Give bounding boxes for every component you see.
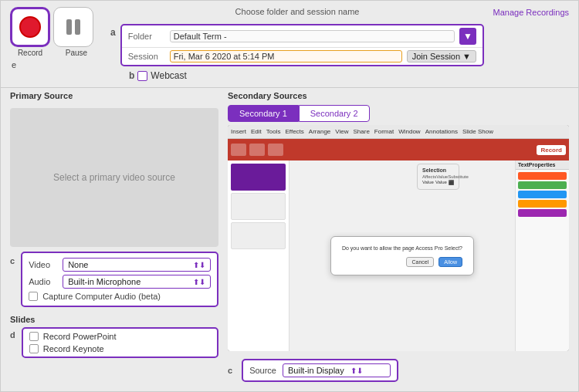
session-value: Fri, Mar 6 2020 at 5:14 PM <box>170 50 402 63</box>
sim-menu-10: Annotations <box>425 128 458 135</box>
sim-menu-3: Tools <box>266 128 281 135</box>
main-container: Record Pause e Choose folder and session… <box>0 0 579 392</box>
folder-dropdown-icon: ▼ <box>463 31 472 42</box>
sim-tool-items <box>516 170 569 219</box>
slides-block: Record PowerPoint Record Keynote <box>22 327 218 358</box>
video-label: Video <box>29 260 56 269</box>
source-select[interactable]: Built-in Display ⬆⬇ <box>283 363 391 377</box>
center-top: Choose folder and session name a Folder … <box>110 7 484 81</box>
record-powerpoint-row: Record PowerPoint <box>29 332 211 341</box>
sim-left-sidebar <box>228 161 290 351</box>
sim-toolbar: Record <box>228 139 569 161</box>
sim-slide-3 <box>231 222 286 249</box>
btn-labels: Record Pause <box>10 49 96 57</box>
source-dropdown-arrows: ⬆⬇ <box>350 367 363 375</box>
sim-main: Selection AffectsValueSubstitute ValueVa… <box>290 161 515 351</box>
sim-toolbar-item-3 <box>268 144 283 156</box>
sim-tool-1 <box>518 172 567 180</box>
tab-secondary-2[interactable]: Secondary 2 <box>299 105 370 122</box>
record-powerpoint-label: Record PowerPoint <box>43 332 117 341</box>
sim-dialog: Do you want to allow the page Access Pro… <box>330 236 474 275</box>
audio-select[interactable]: Built-in Microphone ⬆⬇ <box>63 275 211 289</box>
record-icon <box>19 16 41 38</box>
pause-button[interactable] <box>53 7 93 47</box>
webcast-checkbox[interactable] <box>137 71 147 81</box>
folder-label: Folder <box>128 32 165 41</box>
video-value: None <box>68 260 88 269</box>
sim-dialog-text: Do you want to allow the page Access Pro… <box>342 245 462 252</box>
sim-tool-2 <box>518 181 567 189</box>
sim-menu-11: Slide Show <box>462 128 493 135</box>
left-controls: Record Pause e <box>10 7 110 69</box>
sim-allow-btn: Allow <box>438 257 462 267</box>
manage-recordings-link[interactable]: Manage Recordings <box>493 8 569 17</box>
label-c-primary: c <box>10 256 15 265</box>
video-audio-block: Video None ⬆⬇ Audio Built-in Microphone … <box>21 252 218 307</box>
sim-menu-6: View <box>335 128 348 135</box>
sim-tool-title: TextProperties <box>516 161 569 170</box>
sim-dialog-btn-row: Cancel Allow <box>342 257 462 267</box>
audio-dropdown-arrows: ⬆⬇ <box>193 278 205 286</box>
sim-menu-5: Arrange <box>309 128 330 135</box>
pause-label: Pause <box>56 49 96 57</box>
record-pause-row <box>10 7 93 47</box>
capture-checkbox[interactable] <box>29 292 38 301</box>
video-row: Video None ⬆⬇ <box>29 256 211 273</box>
sim-menu-1: Insert <box>231 128 246 135</box>
label-d: d <box>10 330 15 340</box>
slides-section: Slides d Record PowerPoint Record Keynot… <box>10 315 218 358</box>
source-block: Source Built-in Display ⬆⬇ <box>242 359 398 382</box>
video-dropdown-arrows: ⬆⬇ <box>193 261 205 269</box>
record-button[interactable] <box>10 7 50 47</box>
divider <box>1 87 578 88</box>
join-session-chevron: ▼ <box>462 52 471 61</box>
sim-screen: Insert Edit Tools Effects Arrange View S… <box>228 125 569 351</box>
record-keynote-label: Record Keynote <box>43 344 104 353</box>
folder-row: Folder Default Term - ▼ <box>122 25 482 47</box>
webcast-label: Webcast <box>151 70 186 81</box>
source-row: c Source Built-in Display ⬆⬇ <box>228 356 569 385</box>
sim-panel: Selection AffectsValueSubstitute ValueVa… <box>417 164 459 190</box>
capture-row: Capture Computer Audio (beta) <box>29 290 211 302</box>
audio-label: Audio <box>29 277 56 286</box>
sim-record-btn: Record <box>537 145 566 155</box>
sim-panel-data-row: ValueValue⬛ <box>422 180 454 185</box>
label-a: a <box>110 27 116 38</box>
sim-panel-row: AffectsValueSubstitute <box>422 174 454 179</box>
folder-session-block: Folder Default Term - ▼ Session Fri, Mar… <box>120 24 484 66</box>
source-label: Source <box>249 366 276 375</box>
sim-toolbar-item-1 <box>231 144 246 156</box>
sim-content: Selection AffectsValueSubstitute ValueVa… <box>228 161 569 351</box>
primary-source-title: Primary Source <box>10 91 218 100</box>
powerpoint-checkbox[interactable] <box>29 332 39 341</box>
content-area: Primary Source Select a primary video so… <box>1 91 578 391</box>
sim-panel-title: Selection <box>422 167 454 173</box>
sim-menubar: Insert Edit Tools Effects Arrange View S… <box>228 125 569 139</box>
join-session-button[interactable]: Join Session ▼ <box>407 50 476 63</box>
tab-secondary-1[interactable]: Secondary 1 <box>228 105 299 122</box>
sim-toolbar-item-2 <box>249 144 265 156</box>
folder-dropdown-btn[interactable]: ▼ <box>459 28 476 45</box>
primary-source-preview: Select a primary video source <box>10 108 218 247</box>
sim-tool-5 <box>518 209 567 217</box>
slides-title: Slides <box>10 315 218 324</box>
label-b: b <box>129 70 134 81</box>
keynote-checkbox[interactable] <box>29 344 39 353</box>
secondary-sources-title: Secondary Sources <box>228 91 569 100</box>
folder-value: Default Term - <box>170 30 455 42</box>
sim-menu-9: Window <box>398 128 420 135</box>
sim-slide-2 <box>231 193 286 220</box>
audio-value: Built-in Microphone <box>68 277 141 286</box>
sim-right-panel: TextProperties <box>515 161 569 351</box>
video-select[interactable]: None ⬆⬇ <box>63 258 211 272</box>
pause-icon <box>66 19 80 35</box>
sim-cancel-btn: Cancel <box>406 257 434 267</box>
record-keynote-row: Record Keynote <box>29 344 211 353</box>
right-panel: Secondary Sources Secondary 1 Secondary … <box>228 91 569 385</box>
record-label: Record <box>10 49 50 57</box>
sim-slide-1 <box>231 164 286 191</box>
join-session-label: Join Session <box>412 52 460 61</box>
sim-menu-8: Format <box>374 128 394 135</box>
sim-tool-3 <box>518 191 567 198</box>
sim-menu-7: Share <box>353 128 369 135</box>
